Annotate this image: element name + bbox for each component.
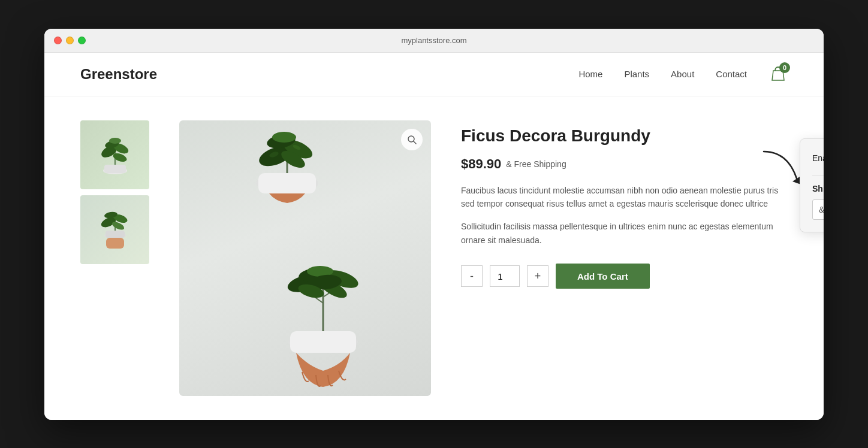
product-price-row: $89.90 & Free Shipping — [461, 156, 788, 172]
browser-window: myplantsstore.com Greenstore Home Plants… — [44, 29, 824, 420]
qty-input[interactable] — [490, 265, 520, 287]
nav-home[interactable]: Home — [578, 69, 602, 79]
product-shipping: & Free Shipping — [506, 159, 566, 169]
main-product-image — [179, 120, 431, 396]
product-thumbnails — [80, 120, 149, 396]
qty-minus-button[interactable]: - — [461, 265, 483, 287]
product-actions: - + Add To Cart — [461, 264, 788, 289]
popup-shipping-input[interactable] — [812, 199, 824, 220]
main-plant-bg — [179, 120, 431, 396]
product-info: Ficus Decora Burgundy $89.90 & Free Ship… — [461, 120, 788, 396]
site-nav: Home Plants About Contact 0 — [578, 65, 788, 84]
dot-minimize[interactable] — [66, 37, 74, 44]
zoom-button[interactable] — [401, 129, 423, 150]
thumbnail-1[interactable] — [80, 120, 149, 189]
dot-maximize[interactable] — [78, 37, 86, 44]
popup-enable-label: Enable Shipping Text — [812, 153, 824, 163]
site-logo: Greenstore — [80, 66, 157, 83]
product-area: Ficus Decora Burgundy $89.90 & Free Ship… — [44, 96, 824, 420]
arrow-annotation — [758, 146, 806, 187]
browser-url: myplantsstore.com — [401, 36, 466, 45]
product-title: Ficus Decora Burgundy — [461, 126, 788, 146]
svg-rect-9 — [106, 231, 125, 238]
browser-bar: myplantsstore.com — [44, 29, 824, 53]
popup-divider — [812, 175, 824, 175]
main-plant-svg — [191, 126, 419, 390]
nav-cart[interactable]: 0 — [768, 65, 788, 84]
svg-rect-27 — [290, 331, 356, 353]
cart-badge: 0 — [779, 62, 790, 73]
product-price: $89.90 — [461, 156, 501, 172]
site-content: Greenstore Home Plants About Contact 0 — [44, 53, 824, 420]
svg-point-23 — [272, 132, 296, 143]
qty-plus-button[interactable]: + — [527, 265, 548, 287]
browser-dots — [54, 37, 86, 44]
zoom-icon — [407, 135, 417, 144]
popup-enable-row: Enable Shipping Text ? — [812, 151, 824, 165]
site-header: Greenstore Home Plants About Contact 0 — [44, 53, 824, 96]
settings-popup: Enable Shipping Text ? Shipping Text — [800, 138, 824, 232]
svg-rect-1 — [104, 165, 126, 173]
thumbnail-1-image — [91, 128, 139, 181]
dot-close[interactable] — [54, 37, 62, 44]
thumbnail-2-image — [88, 199, 142, 259]
add-to-cart-button[interactable]: Add To Cart — [556, 264, 650, 289]
svg-line-39 — [414, 141, 416, 144]
nav-contact[interactable]: Contact — [716, 69, 747, 79]
svg-rect-17 — [258, 173, 316, 193]
nav-about[interactable]: About — [671, 69, 694, 79]
popup-shipping-label: Shipping Text — [812, 184, 824, 193]
nav-plants[interactable]: Plants — [624, 69, 649, 79]
svg-point-7 — [109, 138, 121, 144]
product-desc-1: Faucibus lacus tincidunt molestie accums… — [461, 184, 788, 211]
product-desc-2: Sollicitudin facilisis massa pellentesqu… — [461, 220, 788, 247]
thumbnail-2[interactable] — [80, 195, 149, 264]
svg-rect-10 — [106, 238, 124, 249]
